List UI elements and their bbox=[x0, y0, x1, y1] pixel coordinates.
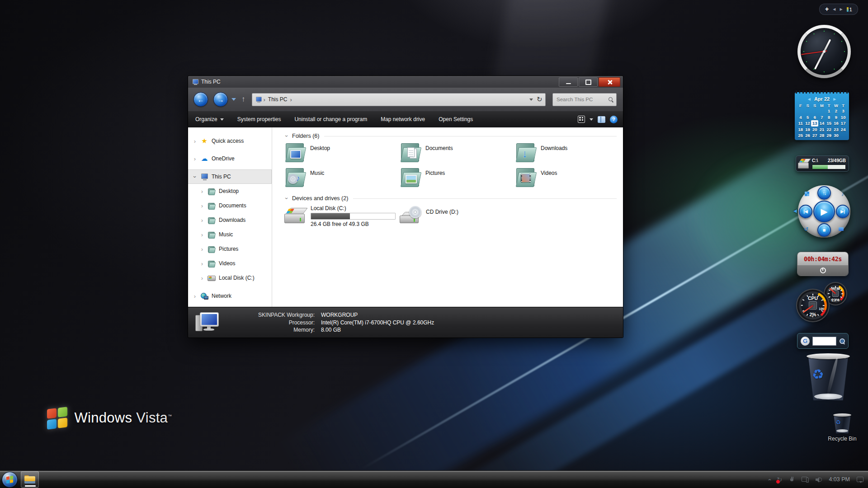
calendar-day[interactable]: 29 bbox=[826, 132, 833, 139]
music-note-icon[interactable]: ♪ bbox=[841, 191, 844, 197]
map-network-drive-button[interactable]: Map network drive bbox=[381, 116, 425, 122]
calendar-day[interactable]: 27 bbox=[811, 132, 818, 139]
expand-chevron-icon[interactable]: › bbox=[200, 202, 204, 209]
previous-button[interactable]: |◀ bbox=[799, 205, 812, 218]
expand-chevron-icon[interactable]: › bbox=[200, 231, 204, 238]
calendar-day[interactable]: 15 bbox=[826, 120, 833, 127]
calendar-day[interactable]: 7 bbox=[818, 114, 826, 121]
folder-shortcut-icon[interactable] bbox=[839, 227, 844, 231]
stop-button[interactable]: ■ bbox=[817, 223, 831, 237]
sidebar-item-onedrive[interactable]: › ☁ OneDrive bbox=[188, 151, 272, 166]
calendar-day[interactable]: 2 bbox=[833, 108, 840, 114]
address-bar[interactable]: › This PC › ↻ bbox=[252, 93, 546, 106]
calendar-day[interactable]: 6 bbox=[811, 114, 818, 121]
calendar-day[interactable]: 23 bbox=[833, 127, 840, 133]
calendar-day[interactable]: 12 bbox=[804, 120, 811, 127]
collapse-chevron-icon[interactable]: › bbox=[192, 174, 198, 179]
expand-chevron-icon[interactable]: › bbox=[193, 293, 197, 300]
search-icon[interactable] bbox=[609, 97, 613, 102]
sidebar-item-pictures[interactable]: › Pictures bbox=[188, 242, 272, 256]
devices-group-header[interactable]: › Devices and drives (2) bbox=[284, 195, 617, 202]
recycle-bin-gadget[interactable]: ♻ bbox=[807, 353, 850, 400]
expand-chevron-icon[interactable]: › bbox=[200, 260, 204, 267]
sidebar-item-this-pc[interactable]: › This PC bbox=[188, 169, 272, 184]
calendar-day[interactable]: 25 bbox=[797, 132, 804, 139]
expand-chevron-icon[interactable]: › bbox=[200, 217, 204, 224]
calendar-day[interactable]: 3 bbox=[840, 108, 847, 114]
power-icon[interactable] bbox=[820, 267, 826, 273]
action-center-icon[interactable] bbox=[857, 477, 863, 483]
views-dropdown-icon[interactable] bbox=[590, 118, 593, 121]
calendar-day[interactable]: 28 bbox=[818, 132, 826, 139]
calendar-day[interactable] bbox=[797, 108, 804, 114]
drive-tile-cd[interactable]: CD Drive (D:) bbox=[400, 205, 515, 232]
calendar-prev-icon[interactable]: ◀ bbox=[808, 97, 811, 101]
search-gadget[interactable]: G bbox=[797, 333, 849, 349]
calendar-day[interactable]: 19 bbox=[804, 127, 811, 133]
calendar-day[interactable]: 8 bbox=[826, 114, 833, 121]
calendar-day[interactable]: 11 bbox=[797, 120, 804, 127]
calendar-day[interactable]: 24 bbox=[840, 127, 847, 133]
page-next-icon[interactable]: ▶ bbox=[840, 7, 842, 11]
folder-tile-pictures[interactable]: Pictures bbox=[400, 168, 515, 192]
sidebar-item-music[interactable]: › Music bbox=[188, 227, 272, 242]
calendar-day[interactable]: 16 bbox=[833, 120, 840, 127]
collapse-chevron-icon[interactable]: › bbox=[283, 134, 290, 138]
calendar-day[interactable] bbox=[840, 132, 847, 139]
system-properties-button[interactable]: System properties bbox=[237, 116, 281, 122]
minimize-button[interactable] bbox=[559, 77, 578, 87]
calendar-day[interactable]: 26 bbox=[804, 132, 811, 139]
calendar-day[interactable]: 5 bbox=[804, 114, 811, 121]
timer-gadget[interactable]: 00h:04m:42s bbox=[797, 252, 849, 276]
play-button[interactable]: ▶ bbox=[813, 201, 835, 222]
media-collapse-icon[interactable]: ◀ bbox=[793, 208, 797, 213]
collapse-chevron-icon[interactable]: › bbox=[283, 196, 290, 201]
expand-chevron-icon[interactable]: › bbox=[200, 188, 204, 195]
cpu-gauge-gadget[interactable]: CPU 100 2% bbox=[797, 290, 829, 321]
search-box[interactable] bbox=[552, 93, 617, 106]
back-button[interactable]: ← bbox=[193, 92, 208, 107]
taskbar-clock[interactable]: 4:03 PM bbox=[829, 476, 850, 483]
calendar-day[interactable]: 21 bbox=[818, 127, 826, 133]
close-button[interactable] bbox=[599, 77, 620, 87]
expand-chevron-icon[interactable]: › bbox=[193, 138, 197, 145]
calendar-day[interactable] bbox=[804, 108, 811, 114]
sidebar-item-local-disk[interactable]: › Local Disk (C:) bbox=[188, 271, 272, 285]
change-view-icon[interactable] bbox=[578, 116, 585, 123]
calendar-day[interactable] bbox=[811, 108, 818, 114]
calendar-day[interactable]: 13 bbox=[811, 120, 818, 127]
sidebar-item-documents[interactable]: › Documents bbox=[188, 198, 272, 213]
refresh-icon[interactable]: ↻ bbox=[537, 95, 542, 103]
address-dropdown-icon[interactable] bbox=[529, 99, 533, 101]
recent-locations-dropdown-icon[interactable] bbox=[231, 98, 236, 101]
forward-button[interactable]: → bbox=[213, 92, 228, 107]
help-icon[interactable]: ? bbox=[610, 116, 618, 123]
expand-chevron-icon[interactable]: › bbox=[193, 155, 197, 162]
windows-grid-icon[interactable] bbox=[805, 192, 809, 196]
display-device-icon[interactable] bbox=[802, 477, 809, 482]
open-settings-button[interactable]: Open Settings bbox=[439, 116, 473, 122]
add-gadget-button[interactable]: + bbox=[825, 5, 829, 13]
expand-chevron-icon[interactable]: › bbox=[200, 275, 204, 282]
calendar-day[interactable] bbox=[818, 108, 826, 114]
calendar-day[interactable]: 22 bbox=[826, 127, 833, 133]
sidebar-item-desktop[interactable]: › Desktop bbox=[188, 184, 272, 198]
calendar-day[interactable]: 17 bbox=[840, 120, 847, 127]
search-input[interactable] bbox=[556, 96, 609, 103]
folder-tile-desktop[interactable]: Desktop bbox=[284, 143, 400, 168]
expand-chevron-icon[interactable]: › bbox=[200, 246, 204, 253]
folders-group-header[interactable]: › Folders (6) bbox=[284, 133, 617, 139]
folder-tile-videos[interactable]: Videos bbox=[515, 168, 623, 192]
calendar-day[interactable]: 18 bbox=[797, 127, 804, 133]
calendar-gadget[interactable]: ◀ Apr 22 ▶ FSSMTWT 123456789101112131415… bbox=[795, 92, 849, 140]
search-magnifier-icon[interactable] bbox=[839, 338, 845, 344]
organize-button[interactable]: Organize bbox=[195, 116, 224, 122]
sidebar-item-videos[interactable]: › Videos bbox=[188, 256, 272, 271]
update-sync-icon[interactable]: ↻ bbox=[777, 476, 783, 483]
folder-tile-documents[interactable]: Documents bbox=[400, 143, 515, 168]
hidden-icons-chevron[interactable]: › bbox=[765, 479, 772, 480]
calendar-day[interactable]: 10 bbox=[840, 114, 847, 121]
file-explorer-taskbar-button[interactable] bbox=[21, 471, 39, 488]
folder-tile-downloads[interactable]: ↓ Downloads bbox=[515, 143, 623, 168]
speaker-icon[interactable] bbox=[816, 477, 822, 483]
